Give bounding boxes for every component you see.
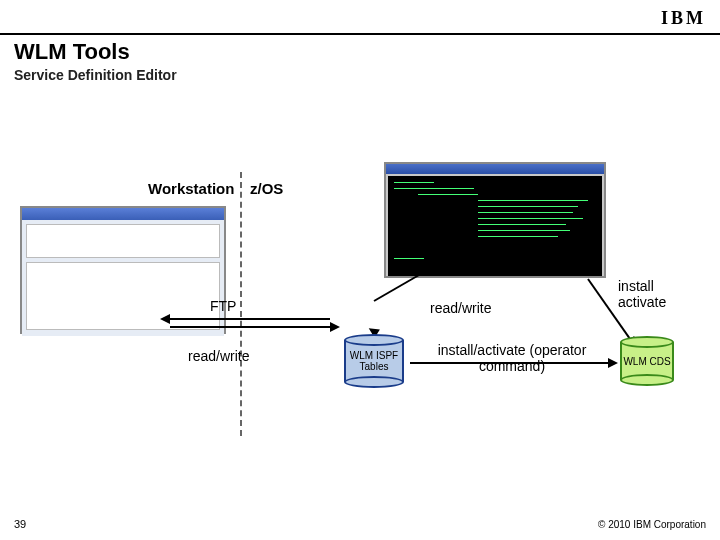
read-write-left-label: read/write xyxy=(188,348,249,364)
workstation-editor-thumbnail xyxy=(20,206,226,334)
install-activate-label: install activate xyxy=(618,278,688,310)
ftp-arrow-left-head xyxy=(160,314,170,324)
diagram-canvas: Workstation z/OS FTP xyxy=(0,0,720,540)
zos-terminal-thumbnail xyxy=(384,162,606,278)
zos-label: z/OS xyxy=(250,180,283,197)
ispf-to-cds-arrow-head xyxy=(608,358,618,368)
install-activate-cmd-label: install/activate (operator command) xyxy=(432,342,592,374)
ftp-arrow-bottom xyxy=(170,326,330,328)
cds-cylinder-label: WLM CDS xyxy=(623,356,670,367)
page-number: 39 xyxy=(14,518,26,530)
wlm-ispf-tables-cylinder: WLM ISPF Tables xyxy=(344,334,404,388)
wlm-cds-cylinder: WLM CDS xyxy=(620,336,674,386)
environment-divider xyxy=(240,172,242,436)
ftp-arrow-top xyxy=(170,318,330,320)
read-write-right-label: read/write xyxy=(430,300,491,316)
ftp-label: FTP xyxy=(210,298,236,314)
copyright: © 2010 IBM Corporation xyxy=(598,519,706,530)
ispf-to-cds-arrow xyxy=(410,362,608,364)
ftp-arrow-right-head xyxy=(330,322,340,332)
ispf-cylinder-label: WLM ISPF Tables xyxy=(346,350,402,372)
workstation-label: Workstation xyxy=(148,180,234,197)
